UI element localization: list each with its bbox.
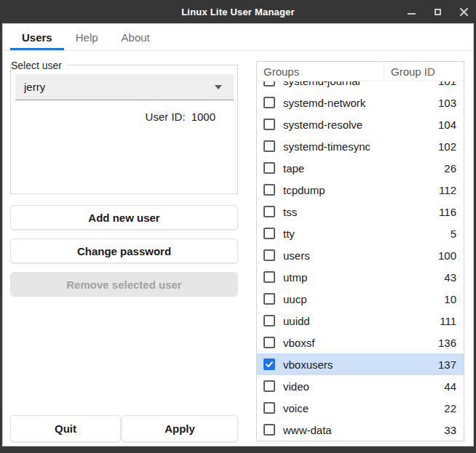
chevron-down-icon [215, 85, 222, 89]
minimize-icon[interactable] [406, 7, 416, 17]
checkbox-icon[interactable] [263, 97, 275, 108]
checkbox-icon[interactable] [263, 81, 275, 87]
group-name: video [283, 380, 444, 393]
group-id: 102 [438, 140, 464, 153]
group-name: tape [283, 162, 444, 175]
table-row[interactable]: systemd-network103 [257, 92, 464, 113]
checkbox-icon[interactable] [263, 228, 275, 239]
group-id: 116 [439, 206, 464, 218]
group-id: 10 [444, 293, 464, 305]
group-id: 33 [444, 424, 464, 436]
select-user-groupbox: Select user jerry User ID:1000 [10, 65, 238, 194]
checkbox-icon[interactable] [263, 162, 275, 174]
group-id: 22 [444, 402, 464, 414]
change-password-button[interactable]: Change password [10, 238, 238, 263]
group-id: 44 [444, 380, 464, 393]
checkbox-icon[interactable] [263, 315, 275, 326]
checkbox-icon[interactable] [263, 293, 275, 305]
selected-user-value: jerry [24, 81, 215, 93]
checkbox-icon[interactable] [263, 249, 275, 261]
group-name: systemd-network [283, 97, 438, 109]
add-new-user-button[interactable]: Add new user [10, 205, 238, 230]
table-row[interactable]: uucp10 [257, 288, 464, 310]
group-name: systemd-journal [283, 81, 438, 87]
group-name: tty [283, 228, 451, 240]
checkbox-icon[interactable] [263, 184, 275, 196]
groups-table: Groups Group ID systemd-journal101system… [256, 61, 464, 441]
table-row[interactable]: utmp43 [257, 266, 464, 288]
group-name: systemd-timesync [283, 140, 438, 153]
checkbox-icon[interactable] [263, 424, 275, 436]
group-name: uucp [283, 293, 444, 305]
maximize-icon[interactable] [432, 7, 443, 17]
titlebar[interactable]: Linux Lite User Manager [0, 0, 476, 23]
checkbox-icon[interactable] [263, 271, 275, 283]
remove-selected-user-button: Remove selected user [10, 272, 238, 297]
group-id: 136 [438, 337, 464, 349]
column-header-group-id[interactable]: Group ID [384, 62, 464, 81]
column-header-groups[interactable]: Groups [257, 62, 384, 81]
table-row[interactable]: www-data33 [257, 419, 464, 441]
apply-button[interactable]: Apply [122, 415, 238, 442]
checkbox-icon[interactable] [263, 140, 275, 152]
quit-button[interactable]: Quit [10, 415, 121, 442]
group-name: www-data [283, 424, 444, 436]
tab-bar: Users Help About [3, 24, 473, 51]
window-content: Users Help About Select user jerry User … [2, 23, 474, 446]
group-id: 104 [438, 119, 464, 131]
checkbox-icon[interactable] [263, 119, 275, 130]
tab-about[interactable]: About [110, 24, 162, 50]
checkbox-icon[interactable] [263, 402, 275, 414]
user-id-row: User ID:1000 [11, 111, 237, 123]
close-icon[interactable] [459, 7, 469, 17]
group-id: 100 [438, 249, 464, 262]
group-name: vboxsf [283, 337, 438, 349]
group-name: tcpdump [283, 184, 439, 196]
table-row[interactable]: vboxsf136 [257, 332, 464, 353]
table-row[interactable]: users100 [257, 244, 464, 266]
select-user-label: Select user [11, 59, 68, 72]
group-name: voice [283, 402, 444, 414]
table-row[interactable]: tss116 [257, 201, 464, 223]
tab-users[interactable]: Users [10, 24, 64, 50]
group-id: 103 [438, 97, 464, 109]
group-name: utmp [283, 271, 444, 284]
group-id: 26 [444, 162, 464, 175]
table-row[interactable]: voice22 [257, 397, 464, 419]
table-row[interactable]: vboxusers137 [257, 353, 464, 375]
group-id: 5 [451, 228, 464, 240]
checkbox-icon[interactable] [263, 206, 275, 217]
groups-table-body[interactable]: systemd-journal101systemd-network103syst… [257, 81, 464, 441]
window-controls [406, 0, 469, 23]
table-row[interactable]: uuidd111 [257, 310, 464, 332]
checkbox-icon[interactable] [263, 337, 275, 348]
window-title: Linux Lite User Manager [0, 0, 476, 23]
table-row[interactable]: tape26 [257, 157, 464, 179]
group-id: 43 [444, 271, 464, 284]
user-select-dropdown[interactable]: jerry [15, 74, 234, 100]
user-id-label: User ID: [146, 111, 186, 123]
user-id-value: 1000 [191, 111, 215, 123]
table-row[interactable]: video44 [257, 375, 464, 397]
group-id: 137 [438, 358, 464, 371]
group-name: vboxusers [283, 358, 438, 371]
table-row[interactable]: tty5 [257, 223, 464, 244]
group-name: uuidd [283, 315, 440, 327]
app-window: Linux Lite User Manager Users Help About… [0, 0, 476, 453]
tab-help[interactable]: Help [64, 24, 110, 50]
group-name: tss [283, 206, 439, 218]
table-row[interactable]: tcpdump112 [257, 179, 464, 201]
group-id: 101 [438, 81, 464, 87]
group-id: 111 [440, 315, 464, 327]
group-id: 112 [439, 184, 464, 196]
table-row[interactable]: systemd-timesync102 [257, 135, 464, 157]
table-row[interactable]: systemd-journal101 [257, 81, 464, 92]
groups-table-header: Groups Group ID [257, 62, 464, 81]
checkbox-checked-icon[interactable] [263, 358, 275, 370]
group-name: systemd-resolve [283, 119, 438, 131]
group-name: users [283, 249, 438, 262]
table-row[interactable]: systemd-resolve104 [257, 113, 464, 135]
checkbox-icon[interactable] [263, 380, 275, 392]
